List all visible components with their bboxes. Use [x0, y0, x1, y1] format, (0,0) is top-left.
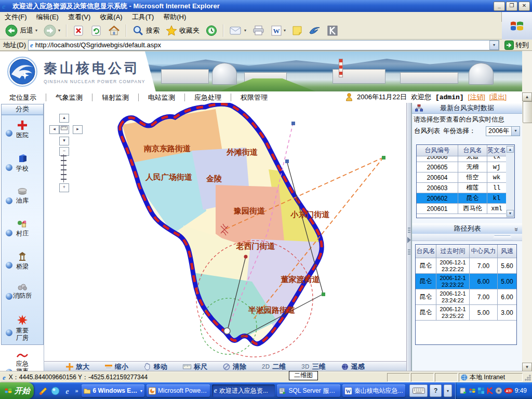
start-button[interactable]: 开始	[0, 382, 34, 399]
favorites-button[interactable]: 收藏夹	[164, 24, 202, 37]
quick-launch-icon-1[interactable]	[39, 387, 48, 395]
map-extent-button[interactable]	[59, 125, 69, 134]
menu-tools[interactable]: 工具(T)	[127, 12, 159, 22]
map-tool-2d[interactable]: 2D 二维	[262, 362, 286, 371]
taskbar-window-explorer-group[interactable]: 6 Windows Expl... ▾	[82, 384, 145, 397]
typhoon-row[interactable]: 200603 榴莲 ll	[417, 183, 506, 193]
toolbar-options-button[interactable]: ▾	[444, 384, 451, 397]
tray-disc-icon[interactable]	[495, 387, 502, 394]
print-button[interactable]	[250, 24, 267, 37]
messenger-button[interactable]	[307, 24, 323, 37]
taskbar-window-sql-server[interactable]: SQL Server 服务...	[277, 384, 340, 397]
menu-help[interactable]: 帮助(H)	[158, 12, 191, 22]
sidebar-item-hospital[interactable]: 医院	[2, 115, 43, 148]
minimize-button[interactable]: _	[494, 2, 505, 11]
scroll-down-icon[interactable]: ▼	[522, 363, 532, 371]
browser-scrollbar[interactable]: ▲ ▼	[522, 51, 532, 371]
tab-permission-management[interactable]: 权限管理	[231, 94, 277, 101]
map-tool-ruler[interactable]: 标尺	[183, 362, 207, 371]
mail-button[interactable]: ▾	[228, 25, 248, 36]
address-input[interactable]: e http://localhost/QSgridwebgis/default.…	[28, 40, 499, 50]
path-row[interactable]: 昆仑 2006-12-123:24:22 7.00 6.00	[416, 289, 516, 305]
menu-edit[interactable]: 编辑(E)	[32, 12, 63, 22]
collapse-chevron-icon[interactable]: »	[512, 228, 522, 231]
menu-favorites[interactable]: 收藏(A)	[95, 12, 127, 22]
map-tool-remote-sensing[interactable]: 遥感	[341, 362, 365, 371]
map-pan-up-button[interactable]: ▴	[59, 114, 69, 123]
resize-grip[interactable]	[525, 375, 531, 381]
map-tool-zoom-out[interactable]: 缩小	[105, 362, 128, 371]
taskbar-window-ie-active[interactable]: e 欢迎进入应急资...	[212, 384, 275, 397]
tray-sql-server-icon[interactable]	[460, 387, 467, 394]
notes-button[interactable]	[290, 24, 304, 37]
stop-button[interactable]	[71, 24, 86, 37]
tray-ati-icon[interactable]: ATI	[504, 388, 513, 394]
sidebar-item-important-plant[interactable]: 重要 厂房	[2, 310, 43, 347]
scroll-up-icon[interactable]: ▲	[507, 146, 514, 153]
sidebar-item-school[interactable]: 学校	[2, 148, 43, 182]
sidebar-item-oil-depot[interactable]: 油库	[2, 182, 43, 214]
tab-radiation-monitor[interactable]: 辐射监测	[92, 94, 139, 101]
typhoon-list-scrollbar[interactable]: ▲ ▼	[506, 145, 514, 218]
search-button[interactable]: 搜索	[130, 24, 162, 37]
sidebar-item-bridge[interactable]: 桥梁	[2, 246, 43, 278]
panel-splitter[interactable]	[406, 103, 411, 371]
map-tool-zoom-in[interactable]: 放大	[66, 362, 89, 371]
map-pan-left-button[interactable]: ◂	[49, 125, 59, 134]
k-tool-button[interactable]	[325, 24, 340, 37]
typhoon-row[interactable]: 200605 无稽 wj	[417, 162, 506, 172]
map-zoom-slider[interactable]	[59, 154, 68, 182]
map-pan-down-button[interactable]: ▾	[59, 137, 69, 145]
quick-launch-icon-3[interactable]: e	[63, 387, 72, 395]
edit-word-button[interactable]: W ▾	[269, 24, 288, 37]
map-tool-pan[interactable]: 移动	[144, 362, 167, 371]
scroll-up-icon[interactable]: ▲	[522, 92, 532, 101]
logout-link[interactable]: [注销]	[468, 92, 485, 102]
exit-link[interactable]: [退出]	[489, 92, 507, 102]
typhoon-row-selected[interactable]: 200602 昆仑 kl	[417, 193, 506, 204]
input-help-button[interactable]: ?	[430, 384, 442, 397]
tab-emergency-handling[interactable]: 应急处理	[185, 94, 231, 101]
path-row-selected[interactable]: 昆仑 2006-12-123:23:22 6.00 5.00	[416, 274, 516, 289]
menu-view[interactable]: 查看(V)	[63, 12, 95, 22]
scroll-down-icon[interactable]: ▼	[507, 210, 514, 217]
quick-launch-icon-2[interactable]	[51, 387, 60, 395]
back-button[interactable]: 后退▾	[3, 23, 39, 38]
taskbar-window-powerpoint[interactable]: Microsoft PowerP...	[147, 384, 210, 397]
input-keyboard-button[interactable]	[409, 384, 428, 397]
map-zoom-in-step-button[interactable]: +	[59, 183, 69, 192]
tray-windows-icon[interactable]	[469, 387, 476, 394]
close-button[interactable]: ✕	[518, 2, 530, 11]
history-button[interactable]	[204, 24, 219, 37]
map-canvas[interactable]: 南京东路街道 外滩街道 人民广场街道 金陵 豫园街道 小东门街道 老西门街道 董…	[44, 103, 406, 361]
forward-button[interactable]: ▾	[42, 23, 62, 38]
typhoon-row[interactable]: 200601 西马伦 xml	[417, 204, 506, 214]
tab-location-display[interactable]: 定位显示	[0, 94, 46, 101]
home-button[interactable]	[106, 24, 122, 37]
tab-weather-monitor[interactable]: 气象监测	[46, 94, 92, 101]
quick-launch-overflow-chevron[interactable]: »	[75, 388, 78, 394]
address-dropdown-icon[interactable]: ▾	[489, 41, 499, 50]
menu-file[interactable]: 文件(F)	[0, 12, 32, 22]
path-row[interactable]: 昆仑 2006-12-123:25:22 5.00 3.00	[416, 305, 516, 321]
taskbar-window-word[interactable]: W 秦山核电站应急...	[342, 384, 406, 397]
sidebar-item-village[interactable]: 村庄	[2, 214, 43, 246]
path-row[interactable]: 昆仑 2006-12-123:22:22 7.00 5.60	[416, 258, 516, 274]
tab-plant-monitor[interactable]: 电站监测	[139, 94, 185, 101]
map-tool-clear[interactable]: 清除	[223, 362, 246, 371]
map-tool-3d[interactable]: 3D 三维	[301, 362, 325, 371]
refresh-button[interactable]	[88, 24, 104, 37]
year-dropdown-icon[interactable]: ▾	[511, 127, 520, 136]
path-list-header[interactable]: 路径列表 »	[412, 223, 523, 234]
year-select[interactable]: 2006年 ▾	[486, 126, 520, 136]
go-button[interactable]: 转到	[501, 41, 532, 50]
typhoon-row[interactable]: 200604 悟空 wk	[417, 172, 506, 183]
tray-grid-icon[interactable]	[477, 387, 485, 394]
grab-notch[interactable]	[488, 235, 516, 241]
restore-button[interactable]: ❐	[506, 2, 517, 11]
scrollbar-thumb[interactable]	[523, 101, 532, 123]
map-pan-right-button[interactable]: ▸	[73, 125, 83, 134]
typhoon-row[interactable]: 200606 太虚 tx	[417, 156, 506, 162]
tray-kaspersky-icon[interactable]	[486, 387, 494, 394]
sidebar-item-fire-station[interactable]: 消防所	[2, 278, 43, 310]
